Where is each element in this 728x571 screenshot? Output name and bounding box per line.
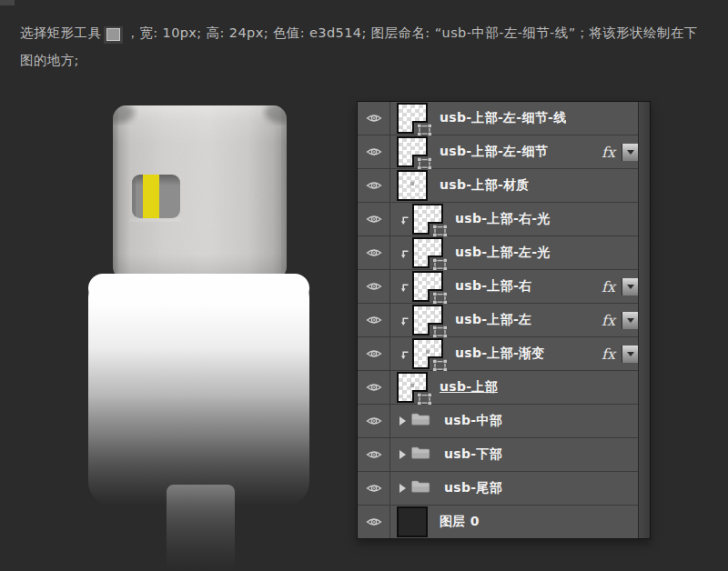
layer-name: usb-中部: [444, 413, 502, 429]
layer-row-content: usb-上部-左-光: [390, 236, 638, 269]
layer-row-content: usb-中部: [390, 405, 638, 437]
layer-thumbnail[interactable]: [397, 170, 428, 201]
visibility-toggle[interactable]: [358, 438, 390, 471]
layer-name: usb-下部: [444, 446, 502, 463]
layer-name: usb-上部-左-光: [455, 245, 551, 261]
layer-thumbnail[interactable]: [397, 136, 428, 167]
visibility-toggle[interactable]: [358, 203, 390, 235]
fx-badge: fx: [602, 278, 615, 296]
visibility-toggle[interactable]: [358, 102, 390, 135]
visibility-toggle[interactable]: [358, 337, 390, 370]
chevron-down-icon: [627, 318, 634, 323]
fx-collapse-button[interactable]: [622, 144, 638, 161]
clipping-mask-icon: [399, 215, 410, 227]
layer-thumbnail[interactable]: [412, 338, 443, 369]
clipping-mask-icon: [399, 350, 410, 362]
clipping-mask-indicator: [397, 283, 412, 295]
layer-row[interactable]: usb-下部: [358, 438, 638, 472]
visibility-toggle[interactable]: [358, 169, 390, 202]
fx-zone: fx: [602, 278, 638, 296]
folder-icon: [410, 412, 430, 426]
layer-row[interactable]: usb-上部: [358, 371, 638, 405]
layers-panel: usb-上部-左-细节-线usb-上部-左-细节fxusb-上部-材质usb-上…: [357, 101, 651, 539]
layer-row-content: 图层 0: [390, 506, 638, 538]
layer-thumbnail[interactable]: [412, 237, 443, 268]
layer-row[interactable]: usb-中部: [358, 405, 638, 438]
fx-collapse-button[interactable]: [622, 346, 638, 363]
visibility-toggle[interactable]: [358, 236, 390, 269]
layer-row[interactable]: usb-上部-渐变fx: [358, 337, 638, 371]
layer-row[interactable]: 图层 0: [358, 506, 638, 538]
eye-icon: [366, 145, 382, 158]
fx-badge: fx: [602, 346, 615, 363]
layer-row-content: usb-上部-右-光: [390, 203, 638, 235]
visibility-toggle[interactable]: [358, 135, 390, 168]
eye-icon: [366, 179, 382, 192]
fx-collapse-button[interactable]: [622, 278, 638, 296]
layer-thumbnail-solid[interactable]: [397, 506, 428, 537]
fx-collapse-button[interactable]: [622, 312, 638, 329]
layer-thumbnail[interactable]: [397, 372, 428, 403]
layer-row[interactable]: usb-尾部: [358, 472, 638, 506]
visibility-toggle[interactable]: [358, 304, 390, 336]
instruction-line2: 图的地方;: [20, 53, 79, 67]
usb-canvas-illustration[interactable]: [71, 85, 344, 571]
usb-connector-upper: [102, 103, 298, 280]
fx-badge: fx: [602, 144, 615, 161]
eye-icon: [366, 347, 382, 360]
screen-edge-fragment: [0, 0, 15, 5]
instruction-prefix: 选择矩形工具: [20, 25, 101, 40]
layer-row[interactable]: usb-上部-左fx: [358, 304, 638, 337]
visibility-toggle[interactable]: [358, 270, 390, 303]
eye-icon: [366, 246, 382, 259]
layer-row[interactable]: usb-上部-左-细节fx: [358, 135, 638, 169]
layer-row[interactable]: usb-上部-材质: [358, 169, 638, 203]
visibility-toggle[interactable]: [358, 506, 390, 538]
fx-zone: fx: [602, 144, 638, 161]
layer-name: usb-上部-右: [455, 278, 531, 295]
texture-dot: [426, 350, 430, 354]
visibility-toggle[interactable]: [358, 371, 390, 404]
clipping-mask-indicator: [397, 316, 412, 328]
expand-triangle-icon[interactable]: [399, 450, 406, 459]
instruction-body: ，宽: 10px; 高: 24px; 色值: e3d514; 图层命名: “us…: [126, 25, 697, 40]
layer-row-content: usb-上部-材质: [390, 169, 638, 202]
layer-thumbnail[interactable]: [397, 103, 428, 134]
layer-row[interactable]: usb-上部-右fx: [358, 270, 638, 304]
eye-icon: [366, 213, 382, 225]
layer-thumbnail[interactable]: [412, 271, 443, 302]
visibility-toggle[interactable]: [358, 472, 390, 505]
eye-icon: [366, 415, 382, 427]
layer-row-content: usb-上部-左-细节fx: [390, 135, 638, 168]
panel-scrollbar-track[interactable]: [638, 102, 650, 538]
texture-dot: [410, 182, 414, 185]
usb-drawing: [71, 85, 344, 571]
layer-row[interactable]: usb-上部-左-光: [358, 236, 638, 270]
layer-name: usb-上部-材质: [440, 177, 530, 194]
clipping-mask-icon: [399, 283, 410, 295]
layer-row[interactable]: usb-上部-左-细节-线: [358, 102, 638, 135]
layer-row-content: usb-下部: [390, 438, 638, 471]
usb-connector-slot: [131, 175, 181, 222]
chevron-down-icon: [627, 150, 634, 155]
layer-row-content: usb-上部-左-细节-线: [390, 102, 638, 135]
eye-icon: [366, 381, 382, 394]
folder-icon: [410, 446, 430, 460]
clipping-mask-icon: [399, 249, 410, 261]
fx-zone: fx: [602, 346, 638, 363]
layer-thumbnail[interactable]: [412, 305, 443, 336]
visibility-toggle[interactable]: [358, 405, 390, 437]
usb-yellow-detail-line: [143, 175, 159, 218]
clipping-mask-indicator: [397, 215, 412, 227]
layer-thumbnail[interactable]: [412, 204, 443, 235]
expand-triangle-icon[interactable]: [399, 484, 406, 493]
folder-icon: [410, 479, 430, 494]
layer-name: usb-上部-左-细节: [440, 144, 548, 160]
eye-icon: [366, 280, 382, 293]
expand-triangle-icon[interactable]: [399, 416, 406, 426]
eye-icon: [366, 482, 382, 495]
clipping-mask-indicator: [397, 350, 412, 362]
eye-icon: [366, 516, 382, 528]
layer-name: usb-上部: [440, 379, 498, 396]
layer-row[interactable]: usb-上部-右-光: [358, 203, 638, 236]
